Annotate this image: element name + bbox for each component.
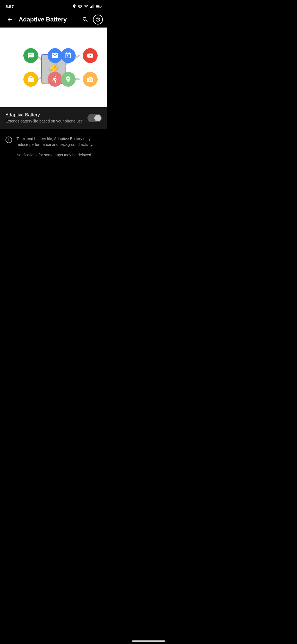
- info-description-1: To extend battery life, Adaptive Battery…: [16, 136, 102, 148]
- adaptive-battery-subtitle: Extends battery life based on your phone…: [6, 119, 83, 124]
- signal-icon: [90, 4, 94, 9]
- adaptive-battery-title: Adaptive Battery: [6, 112, 83, 118]
- app-maps-icon: [61, 72, 76, 87]
- status-bar: 5:57: [0, 0, 107, 12]
- info-icon: i: [6, 137, 12, 143]
- back-button[interactable]: [4, 14, 15, 25]
- svg-rect-7: [96, 6, 100, 7]
- svg-rect-1: [90, 7, 91, 8]
- app-fitness-icon: [48, 72, 62, 87]
- battery-status-icon: [96, 4, 102, 8]
- app-camera-icon: [83, 72, 98, 87]
- app-bar: Adaptive Battery: [0, 12, 107, 28]
- vibrate-icon: [78, 4, 82, 9]
- wifi-icon: [84, 4, 89, 9]
- info-description-2: Notifications for some apps may be delay…: [16, 152, 102, 158]
- help-button[interactable]: [93, 15, 103, 24]
- app-youtube-icon: [83, 48, 98, 63]
- page-title: Adaptive Battery: [19, 16, 76, 23]
- svg-rect-4: [94, 4, 94, 8]
- adaptive-battery-setting-row[interactable]: Adaptive Battery Extends battery life ba…: [0, 107, 107, 129]
- settings-section: Adaptive Battery Extends battery life ba…: [0, 107, 107, 129]
- adaptive-battery-text: Adaptive Battery Extends battery life ba…: [6, 112, 83, 124]
- svg-rect-3: [92, 5, 93, 8]
- hero-illustration: ⚡: [0, 28, 107, 107]
- app-mail-icon: [48, 48, 62, 63]
- info-section: i To extend battery life, Adaptive Batte…: [0, 129, 107, 165]
- svg-rect-6: [101, 6, 101, 7]
- illustration-container: ⚡: [7, 36, 100, 99]
- svg-point-0: [74, 6, 75, 6]
- adaptive-battery-toggle[interactable]: [87, 114, 102, 122]
- app-messages-icon: [23, 48, 38, 63]
- info-text: To extend battery life, Adaptive Battery…: [16, 136, 102, 158]
- svg-rect-2: [91, 6, 92, 8]
- toggle-knob: [94, 115, 101, 121]
- status-time: 5:57: [6, 4, 14, 9]
- status-icons: [72, 4, 102, 9]
- app-work-icon: [23, 72, 38, 87]
- search-button[interactable]: [80, 14, 91, 25]
- alarm-icon: [72, 4, 76, 9]
- app-bar-actions: [80, 14, 103, 25]
- app-calendar-icon: [61, 48, 76, 63]
